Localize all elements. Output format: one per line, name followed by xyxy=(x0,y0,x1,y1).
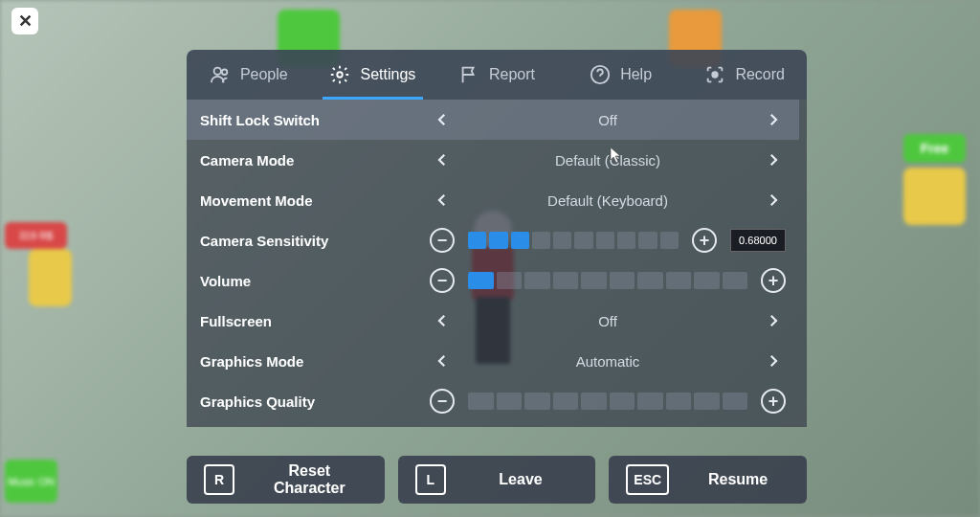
reset-character-button[interactable]: R Reset Character xyxy=(187,456,385,504)
sensitivity-value[interactable]: 0.68000 xyxy=(730,229,786,252)
increase-button[interactable]: + xyxy=(761,389,786,414)
resume-button[interactable]: ESC Resume xyxy=(609,456,807,504)
button-label: Leave xyxy=(463,471,579,488)
settings-panel: Shift Lock Switch Off Camera Mode Defaul… xyxy=(187,100,807,427)
slider-segment[interactable] xyxy=(617,232,635,249)
tab-record[interactable]: Record xyxy=(682,50,807,100)
setting-volume: Volume − + xyxy=(187,260,799,301)
slider-segment[interactable] xyxy=(638,232,657,249)
setting-value: Off xyxy=(462,313,753,329)
slider-segment[interactable] xyxy=(574,232,592,249)
prev-button[interactable] xyxy=(430,308,455,333)
setting-value: Automatic xyxy=(462,353,753,370)
slider-segment[interactable] xyxy=(468,393,494,410)
tab-settings[interactable]: Settings xyxy=(311,50,435,100)
setting-label: Camera Sensitivity xyxy=(200,233,430,249)
sensitivity-slider[interactable] xyxy=(462,232,684,249)
tab-label: Record xyxy=(735,66,785,83)
slider-segment[interactable] xyxy=(497,272,523,289)
slider-segment[interactable] xyxy=(637,393,663,410)
slider-segment[interactable] xyxy=(581,272,607,289)
prev-button[interactable] xyxy=(430,147,455,172)
setting-label: Graphics Quality xyxy=(200,393,430,410)
setting-label: Shift Lock Switch xyxy=(200,112,430,128)
slider-segment[interactable] xyxy=(723,272,748,289)
tab-label: Report xyxy=(489,66,535,83)
setting-camera-mode: Camera Mode Default (Classic) xyxy=(187,140,799,180)
bg-music-toggle: Music ON xyxy=(5,460,57,503)
settings-list[interactable]: Shift Lock Switch Off Camera Mode Defaul… xyxy=(187,100,807,427)
slider-segment[interactable] xyxy=(532,232,550,249)
key-hint: R xyxy=(204,464,234,495)
setting-graphics-mode: Graphics Mode Automatic xyxy=(187,341,799,381)
setting-label: Fullscreen xyxy=(200,313,430,329)
prev-button[interactable] xyxy=(430,107,455,132)
prev-button[interactable] xyxy=(430,188,455,213)
bg-noob-icon xyxy=(29,249,72,306)
tab-label: Help xyxy=(620,66,652,83)
increase-button[interactable]: + xyxy=(692,228,717,253)
tab-bar: People Settings Report Help Record xyxy=(187,50,807,100)
decrease-button[interactable]: − xyxy=(430,389,455,414)
tab-report[interactable]: Report xyxy=(434,50,559,100)
setting-label: Graphics Mode xyxy=(200,353,430,370)
bg-noob-icon-2 xyxy=(903,168,966,225)
next-button[interactable] xyxy=(761,348,786,373)
tab-label: Settings xyxy=(360,66,415,83)
settings-menu: People Settings Report Help Record Shift… xyxy=(187,50,807,431)
next-button[interactable] xyxy=(761,308,786,333)
svg-point-4 xyxy=(713,72,719,78)
record-icon xyxy=(704,64,725,85)
bg-price-tag: 319 R$ xyxy=(5,222,67,249)
slider-segment[interactable] xyxy=(610,393,635,410)
volume-slider[interactable] xyxy=(462,272,753,289)
setting-movement-mode: Movement Mode Default (Keyboard) xyxy=(187,180,799,220)
key-hint: ESC xyxy=(626,464,669,495)
svg-point-2 xyxy=(338,72,344,78)
slider-segment[interactable] xyxy=(610,272,635,289)
button-label: Resume xyxy=(686,471,790,488)
leave-button[interactable]: L Leave xyxy=(398,456,596,504)
button-label: Reset Character xyxy=(252,462,368,497)
slider-segment[interactable] xyxy=(666,272,692,289)
close-button[interactable]: ✕ xyxy=(11,8,38,34)
setting-label: Movement Mode xyxy=(200,192,430,209)
footer-buttons: R Reset Character L Leave ESC Resume xyxy=(187,456,807,504)
decrease-button[interactable]: − xyxy=(430,228,455,253)
svg-point-0 xyxy=(213,68,220,75)
slider-segment[interactable] xyxy=(694,393,720,410)
tab-label: People xyxy=(240,66,288,83)
slider-segment[interactable] xyxy=(553,393,579,410)
next-button[interactable] xyxy=(761,188,786,213)
tab-help[interactable]: Help xyxy=(559,50,683,100)
setting-camera-sensitivity: Camera Sensitivity − + 0.68000 xyxy=(187,220,799,260)
slider-segment[interactable] xyxy=(553,232,571,249)
setting-graphics-quality: Graphics Quality − + xyxy=(187,381,799,421)
setting-value: Off xyxy=(462,112,753,128)
slider-segment[interactable] xyxy=(468,232,486,249)
slider-segment[interactable] xyxy=(553,272,579,289)
next-button[interactable] xyxy=(761,147,786,172)
prev-button[interactable] xyxy=(430,348,455,373)
slider-segment[interactable] xyxy=(637,272,663,289)
next-button[interactable] xyxy=(761,107,786,132)
tab-people[interactable]: People xyxy=(187,50,311,100)
setting-fullscreen: Fullscreen Off xyxy=(187,301,799,341)
slider-segment[interactable] xyxy=(660,232,679,249)
slider-segment[interactable] xyxy=(489,232,507,249)
slider-segment[interactable] xyxy=(694,272,720,289)
quality-slider[interactable] xyxy=(462,393,753,410)
slider-segment[interactable] xyxy=(497,393,523,410)
slider-segment[interactable] xyxy=(524,272,550,289)
decrease-button[interactable]: − xyxy=(430,268,455,293)
slider-segment[interactable] xyxy=(581,393,607,410)
slider-segment[interactable] xyxy=(524,393,550,410)
increase-button[interactable]: + xyxy=(761,268,786,293)
flag-icon xyxy=(458,64,479,85)
slider-segment[interactable] xyxy=(723,393,748,410)
slider-segment[interactable] xyxy=(666,393,692,410)
slider-segment[interactable] xyxy=(596,232,614,249)
help-icon xyxy=(590,64,611,85)
slider-segment[interactable] xyxy=(511,232,529,249)
slider-segment[interactable] xyxy=(468,272,494,289)
